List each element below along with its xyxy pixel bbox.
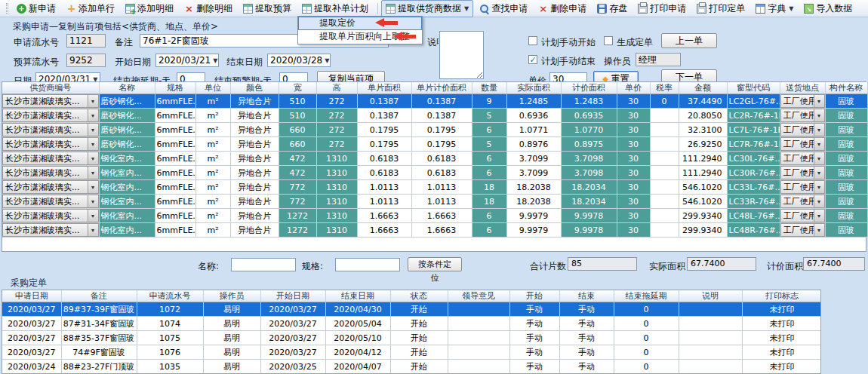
grid-cell[interactable] [679,331,742,345]
grid-cell[interactable]: 0.8976 [506,137,561,152]
column-header[interactable]: 高 [316,82,357,94]
add-detail-button[interactable]: 添加明细 [121,0,178,17]
grid-cell[interactable] [650,223,679,238]
grid-cell[interactable]: 2020/03/27 [260,302,325,317]
grid-cell[interactable]: 0.1387 [357,94,411,109]
grid-cell[interactable]: 手动 [509,302,559,317]
grid-cell[interactable]: 手动 [509,331,559,345]
grid-cell[interactable]: 2020/03/27 [260,331,325,345]
grid-cell[interactable]: 30 [617,109,650,123]
grid-cell[interactable] [650,137,679,152]
grid-cell[interactable]: 手动 [509,317,559,331]
grid-cell[interactable]: 660 [279,123,316,137]
grid-cell[interactable]: 0.1387 [357,109,411,123]
column-header[interactable]: 申请流水号 [137,290,203,302]
grid-cell[interactable]: 272 [316,109,357,123]
grid-cell[interactable]: 6 [472,223,506,238]
table-row[interactable]: 长沙市潇湘玻璃实...▾钢化室内...6mmFLE...m²异地合片772131… [2,195,867,209]
column-header[interactable]: 窗型代码 [727,82,780,94]
grid-cell[interactable]: 30 [617,166,650,180]
grid-cell[interactable]: 1.0113 [357,180,411,195]
grid-cell[interactable]: 1072 [137,302,203,317]
grid-cell[interactable]: 未打印 [742,331,821,345]
grid-cell[interactable]: m² [195,195,230,209]
grid-cell[interactable]: 1035 [137,360,203,374]
grid-cell[interactable]: 2020/04/07 [325,360,390,374]
column-header[interactable]: 供货商编号 [2,82,99,94]
grid-cell[interactable]: 手动 [559,302,614,317]
menu-item-extract-area-roundup[interactable]: 提取单片面积向上取整 [298,30,422,44]
column-header[interactable]: 单片面积 [357,82,411,94]
grid-cell[interactable]: 1310 [316,209,357,223]
chevron-down-icon[interactable]: ▾ [814,95,824,107]
grid-cell[interactable]: 9.9979 [506,223,561,238]
grid-cell[interactable]: 0.1795 [411,137,472,152]
table-row[interactable]: 2020/03/2789#37-39F窗固玻1072易明2020/03/2720… [2,302,821,317]
new-application-button[interactable]: +新申请 [12,0,60,17]
chevron-down-icon[interactable]: ▾ [814,167,824,179]
grid-cell[interactable]: 9.9979 [506,209,561,223]
grid-cell[interactable]: 固玻 [825,209,867,223]
grid-cell[interactable]: 3.7099 [506,166,561,180]
grid-cell[interactable]: 2020/03/27 [2,317,61,331]
column-header[interactable]: 状态 [390,290,448,302]
chevron-down-icon[interactable]: ▾ [88,195,98,207]
combo-cell[interactable]: 工厂使用▾ [780,223,825,238]
grid-cell[interactable]: 6mmFLE... [155,137,195,152]
table-row[interactable]: 长沙市潇湘玻璃实...▾钢化室内...6mmFLE...m²异地合片472131… [2,152,867,166]
table-row[interactable]: 2020/03/2788#35-37F窗固玻1075易明2020/03/2720… [2,331,821,345]
table-row[interactable]: 长沙市潇湘玻璃实...▾钢化室内...6mmFLE...m²异地合片127213… [2,223,867,238]
column-header[interactable]: 税率 [650,82,679,94]
locate-by-condition-button[interactable]: 按条件定位 [408,257,462,271]
grid-cell[interactable]: 6mmFLE... [155,94,195,109]
grid-cell[interactable]: 472 [279,152,316,166]
column-header[interactable]: 结束拖延期 [614,290,679,302]
grid-cell[interactable]: LC30R-76#... [727,166,780,180]
grid-cell[interactable]: 510 [279,109,316,123]
table-row[interactable]: 长沙市潇湘玻璃实...▾钢化室内...6mmFLE...m²异地合片127213… [2,209,867,223]
grid-cell[interactable] [448,360,509,374]
grid-cell[interactable]: 772 [279,195,316,209]
grid-cell[interactable]: 固玻 [825,166,867,180]
chevron-down-icon[interactable]: ▾ [814,181,824,193]
grid-cell[interactable]: 手动 [559,345,614,360]
grid-cell[interactable]: 手动 [559,360,614,374]
grid-cell[interactable]: 固玻 [825,137,867,152]
grid-cell[interactable]: 磨砂钢化... [99,109,155,123]
grid-cell[interactable]: 异地合片 [230,123,279,137]
column-header[interactable]: 打印标志 [742,290,821,302]
grid-cell[interactable]: 未打印 [742,360,821,374]
grid-cell[interactable]: 9.9978 [561,223,617,238]
save-button[interactable]: 存盘 [593,0,632,17]
menu-item-extract-pricing[interactable]: 提取定价 [298,17,422,30]
grid-cell[interactable]: LC33L-76#... [727,180,780,195]
grid-cell[interactable]: 299.9340 [679,223,727,238]
grid-cell[interactable]: 钢化室内... [99,152,155,166]
grid-cell[interactable]: 易明 [203,302,260,317]
grid-cell[interactable]: 18.2034 [561,195,617,209]
grid-cell[interactable]: 开始 [390,345,448,360]
grid-cell[interactable]: 未打印 [742,317,821,331]
print-order-button[interactable]: 打印定单 [692,0,749,17]
grid-cell[interactable]: 2020/03/27 [2,345,61,360]
grid-cell[interactable]: 30 [617,195,650,209]
grid-cell[interactable]: 272 [316,137,357,152]
chevron-down-icon[interactable]: ▼ [322,57,331,64]
grid-cell[interactable]: 0 [650,94,679,109]
chevron-down-icon[interactable]: ▼ [211,57,220,64]
grid-cell[interactable]: 固玻 [825,180,867,195]
grid-cell[interactable] [650,123,679,137]
add-row-button[interactable]: +添加单行 [62,0,119,17]
grid-cell[interactable] [679,302,742,317]
column-header[interactable]: 备注 [61,290,137,302]
combo-cell[interactable]: 工厂使用▾ [780,180,825,195]
grid-cell[interactable]: 89#37-39F窗固玻 [61,302,137,317]
previous-order-button[interactable]: 上一单 [661,33,717,48]
grid-cell[interactable]: 272 [316,123,357,137]
manual-end-checkbox[interactable]: ✓ [528,55,537,64]
grid-cell[interactable]: 固玻 [825,109,867,123]
column-header[interactable]: 单片计价面积 [411,82,472,94]
grid-cell[interactable]: 1310 [316,180,357,195]
combo-cell[interactable]: 工厂使用▾ [780,166,825,180]
grid-cell[interactable]: m² [195,94,230,109]
